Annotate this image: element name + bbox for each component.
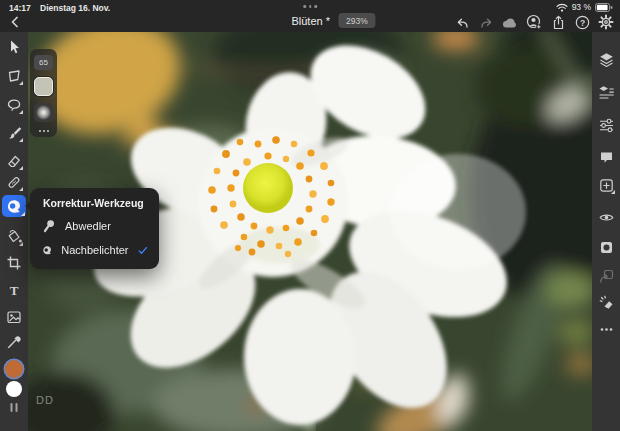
place-image-tool-button[interactable] [5, 308, 23, 326]
background-color-swatch[interactable] [6, 381, 22, 397]
healing-tool-button[interactable] [5, 173, 23, 191]
adjustments-sliders-icon [599, 118, 614, 133]
lasso-tool-button[interactable] [5, 96, 23, 114]
redo-button[interactable] [478, 14, 494, 30]
zoom-level-badge[interactable]: 293% [338, 13, 376, 28]
settings-button[interactable] [598, 14, 614, 30]
crop-tool-button[interactable] [5, 254, 23, 272]
more-options-button[interactable] [597, 320, 615, 338]
layer-properties-icon [599, 85, 614, 100]
status-right: 93 % [556, 2, 613, 12]
comments-button[interactable] [597, 148, 615, 166]
more-ellipsis-icon [599, 327, 614, 332]
help-icon: ? [575, 15, 590, 30]
svg-text:T: T [10, 283, 19, 298]
clip-mask-button[interactable] [597, 267, 615, 285]
invite-people-button[interactable] [526, 14, 542, 30]
visibility-eye-icon [599, 210, 614, 225]
transform-tool-button[interactable] [5, 67, 23, 85]
hard-round-tip-icon[interactable] [34, 77, 53, 96]
brush-tool-button[interactable] [5, 124, 23, 142]
canvas-watermark: DD [36, 394, 54, 406]
clear-layer-button[interactable] [597, 293, 615, 311]
toolbar-handle-icon[interactable] [11, 403, 18, 412]
eyedropper-tool-button[interactable] [5, 334, 23, 352]
move-tool-button[interactable] [5, 38, 23, 56]
burn-icon [42, 243, 52, 257]
popup-item-burn[interactable]: Nachbelichter [30, 238, 159, 262]
move-tool-icon [6, 39, 22, 55]
undo-button[interactable] [454, 14, 470, 30]
layers-icon [599, 52, 614, 67]
brush-size-badge[interactable]: 65 [34, 55, 53, 70]
crop-tool-icon [6, 255, 22, 271]
cloud-sync-icon [502, 16, 518, 29]
eyedropper-icon [6, 335, 22, 351]
document-title-wrap: Blüten * 293% [291, 13, 375, 28]
comment-icon [599, 150, 614, 164]
undo-icon [455, 15, 470, 30]
status-time: 14:17 [9, 3, 31, 13]
type-tool-button[interactable]: T [5, 281, 23, 299]
multitask-dots-icon [303, 5, 317, 8]
eraser-tool-button[interactable] [5, 152, 23, 170]
header-actions: ? [454, 14, 614, 30]
correction-tool-popup: Korrektur-Werkzeug Abwedler Nachbelichte… [30, 188, 159, 269]
popup-item-label: Abwedler [65, 220, 111, 232]
brush-more-options-icon[interactable] [39, 129, 49, 132]
checkmark-icon [138, 245, 148, 256]
cloud-sync-button[interactable] [502, 14, 518, 30]
layer-visibility-button[interactable] [597, 208, 615, 226]
wifi-icon [556, 3, 568, 12]
share-icon [551, 15, 566, 30]
layer-fill-icon [599, 240, 614, 255]
popup-item-dodge[interactable]: Abwedler [30, 214, 159, 238]
layer-fill-button[interactable] [597, 238, 615, 256]
popup-item-label: Nachbelichter [61, 244, 128, 256]
right-panel-rail [592, 32, 620, 431]
brush-options-strip: 65 [30, 49, 57, 137]
left-tool-rail: T [0, 32, 28, 431]
document-title: Blüten * [291, 15, 330, 27]
type-tool-icon: T [6, 282, 22, 298]
photoshop-ipad-app: DD 65 14:17 Dienstag 16. Nov. 93 % [0, 0, 620, 431]
status-date: Dienstag 16. Nov. [40, 3, 110, 13]
add-layer-button[interactable] [597, 176, 615, 194]
place-image-icon [6, 309, 22, 325]
back-button[interactable] [8, 15, 22, 29]
clear-layer-icon [599, 295, 614, 310]
chevron-left-icon [8, 15, 22, 29]
foreground-color-swatch[interactable] [5, 360, 23, 378]
battery-percent: 93 % [572, 2, 591, 12]
battery-icon [595, 3, 613, 12]
settings-gear-icon [598, 14, 614, 30]
soft-round-tip-icon[interactable] [34, 103, 53, 122]
adjustments-button[interactable] [597, 116, 615, 134]
dodge-icon [42, 219, 56, 233]
help-button[interactable]: ? [574, 14, 590, 30]
share-button[interactable] [550, 14, 566, 30]
layers-panel-button[interactable] [597, 50, 615, 68]
fill-tool-button[interactable] [5, 228, 23, 246]
burn-tool-icon [6, 198, 22, 214]
top-bar: 14:17 Dienstag 16. Nov. 93 % Blüten * 29… [0, 0, 620, 32]
svg-text:?: ? [579, 17, 584, 27]
layer-properties-button[interactable] [597, 83, 615, 101]
invite-people-icon [526, 14, 542, 30]
clip-mask-icon [599, 269, 614, 284]
dodge-burn-tool-button[interactable] [2, 195, 26, 217]
redo-icon [479, 15, 494, 30]
popup-title: Korrektur-Werkzeug [30, 197, 159, 209]
